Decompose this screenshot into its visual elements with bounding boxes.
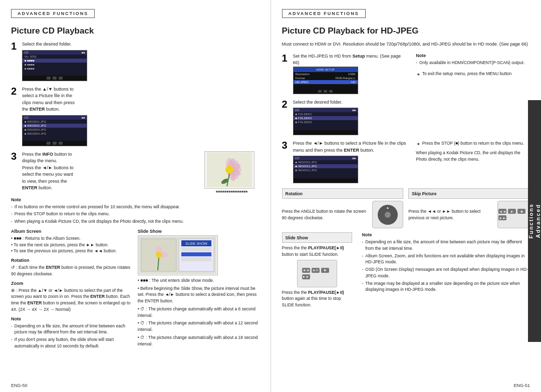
right-step-3-content: Press the ◄/► buttons to select a Pictur… [293, 140, 407, 183]
skip-text-right: Press the ◄◄ or ►► button to select prev… [408, 208, 494, 221]
skip-header: Skip Picture [408, 188, 530, 199]
slideshow-bullet-1: • ■■■ : The unit enters slide show mode. [138, 277, 259, 284]
right-kodak-note: When playing a Kodak Picture CD, the uni… [416, 150, 530, 163]
rotation-header: Rotation [282, 188, 404, 199]
screen-2-footer [23, 141, 87, 146]
slideshow-bullet-5: • ⏱ : The pictures change automatically … [138, 334, 259, 347]
svg-point-9 [225, 166, 233, 174]
slideshow-text2: Press the the PLAY/PAUSE(►II) button aga… [282, 289, 352, 308]
side-tab: Advanced Functions [528, 100, 541, 342]
right-slideshow-section: Slide Show Press the the PLAY/PAUSE(►II)… [282, 232, 530, 308]
step-2-number: 2 [11, 86, 18, 96]
album-title: Album Screen [11, 229, 133, 234]
slideshow-img-right: ◄◄ ►II ■ ►► [282, 260, 352, 287]
right-step-3-text: Press the ◄/► buttons to select a Pictur… [293, 140, 407, 154]
left-page-title: Picture CD Playback [11, 26, 259, 36]
step-3-text-col: Press the INFO button todisplay the menu… [22, 151, 200, 193]
album-slideshow-cols: Album Screen • ■■■ : Returns to the Albu… [11, 229, 259, 350]
right-step-2-number: 2 [282, 99, 289, 109]
rotation-content: Press the ANGLE button to rotate the scr… [282, 201, 404, 228]
right-note-2-b1: Depending on a file size, the amount of … [362, 239, 530, 252]
page: Advanced Functions Picture CD Playback 1… [0, 0, 541, 392]
step-3-number: 3 [11, 151, 18, 193]
rotation-skip-row: Rotation Press the ANGLE button to rotat… [282, 188, 530, 228]
slideshow-svg: SLIDE SHOW [139, 236, 216, 274]
right-intro: Must connect to HDMI or DVI. Resolution … [282, 41, 530, 48]
step-1-screen: CD ■■ No. 0001 ■ ■■■■ ■ ■■■■ ■ ■■■■ [22, 50, 87, 81]
rotation-text: ↺ : Each time the ENTER button is presse… [11, 264, 133, 277]
note-title-1: Note [11, 197, 259, 202]
slideshow-text1: Press the the PLAY/PAUSE(►II) button to … [282, 245, 352, 258]
svg-rect-22 [181, 252, 211, 256]
right-step-2-text: Select the desired folder. [293, 99, 530, 106]
right-note-2-b2: Album Screen, Zoom, and Info functions a… [362, 253, 530, 266]
skip-remote: ◄◄ ► ■ ►► [497, 201, 530, 228]
left-column: Advanced Functions Picture CD Playback 1… [0, 0, 271, 392]
step-1-number: 1 [11, 41, 18, 51]
hdmi-setup-screen: HDMI SETUP Resolution1080i FormatRGB Ran… [293, 67, 358, 94]
svg-point-16 [156, 252, 162, 258]
svg-text:SLIDE SHOW: SLIDE SHOW [185, 242, 207, 245]
page-num-right: ENG-51 [513, 383, 530, 388]
right-step-2-content: Select the desired folder. CD■■ ■ FOLDER… [293, 99, 530, 136]
album-col: Album Screen • ■■■ : Returns to the Albu… [11, 229, 133, 350]
bottom-note: Note Depending on a file size, the amoun… [11, 316, 133, 349]
slideshow-title-left: Slide Show [138, 229, 259, 234]
note-bullet-1: If no buttons on the remote control are … [11, 204, 259, 210]
side-tab-text: Advanced Functions [527, 203, 541, 239]
note-bullet-3: When playing a Kodak Picture CD, the uni… [11, 218, 259, 225]
note-block-1: Note If no buttons on the remote control… [11, 197, 259, 225]
step-2-block: 2 Press the ▲/▼ buttons toselect a Pictu… [11, 86, 259, 146]
svg-rect-23 [181, 257, 211, 261]
hdmi-footer [294, 89, 358, 94]
right-step-1: 1 Set the HD-JPEG to HD from Setup menu.… [282, 53, 530, 94]
right-note-2-b4: The image may be displayed at a smaller … [362, 280, 530, 293]
bottom-note-title: Note [11, 316, 133, 321]
flower-image [204, 151, 254, 189]
screen-1-titlebar: CD ■■ [23, 51, 87, 55]
left-section-header: Advanced Functions [11, 9, 95, 18]
rotation-title: Rotation [11, 258, 133, 263]
rotation-remote: ▲ [372, 201, 403, 228]
right-slideshow-col: Slide Show Press the the PLAY/PAUSE(►II)… [282, 232, 352, 308]
slideshow-label-right: Slide Show [286, 235, 308, 240]
step-3-img-col: ■■■■■■■■■■■■■■■ [204, 151, 259, 193]
slideshow-bullet-3: • ⏱ : The pictures change automatically … [138, 306, 259, 319]
note-bullet-2: Press the STOP button to return to the c… [11, 211, 259, 217]
right-note-1-b1: Only available in HDMI/COMPONENT(P-SCAN)… [416, 60, 530, 66]
right-stop-note: ◄ Press the STOP (■) button to return to… [416, 140, 530, 162]
step-3-block: 3 Press the INFO button todisplay the me… [11, 151, 259, 193]
step-2-content: Press the ▲/▼ buttons toselect a Picture… [22, 86, 259, 146]
right-step-3: 3 Press the ◄/► buttons to select a Pict… [282, 140, 530, 183]
right-note-1-title: Note [416, 53, 530, 58]
right-note-2-b3: OSD (On Screen Display) messages are not… [362, 266, 530, 279]
step-1-block: 1 Select the desired folder. CD ■■ No. 0… [11, 41, 259, 81]
right-step-2-screen: CD■■ ■ FOLDER1 ■ FOLDER2 ■ FOLDER3 [293, 108, 358, 135]
right-note-2: Note Depending on a file size, the amoun… [362, 232, 530, 308]
right-column: Advanced Functions Picture CD Playback f… [271, 0, 542, 392]
screen-2-titlebar: CD ■■ [23, 116, 87, 120]
slideshow-bullet-2: • Before beginning the Slide Show, the p… [138, 285, 259, 304]
right-step-3-number: 3 [282, 140, 289, 150]
step-2-text: Press the ▲/▼ buttons toselect a Picture… [22, 86, 259, 113]
skip-content: Press the ◄◄ or ►► button to select prev… [408, 201, 530, 228]
slideshow-header-right: Slide Show [282, 232, 352, 243]
right-step-3-screen: CD■■ ■ IMG0010.JPG ■ IMG0011.JPG ■ IMG00… [293, 156, 358, 183]
step-2-screen: CD ■■ ■ IMG0001.JPG ■ IMG0002.JPG ■ IMG0… [22, 115, 87, 146]
slideshow-col: Slide Show SLIDE SHOW [138, 229, 259, 350]
album-bullet-2: • To see the next six pictures, press th… [11, 242, 133, 248]
right-skip-col: Skip Picture Press the ◄◄ or ►► button t… [408, 188, 530, 228]
flower-svg [207, 152, 252, 187]
svg-rect-21 [181, 247, 211, 251]
step-1-content: Select the desired folder. CD ■■ No. 000… [22, 41, 259, 81]
bottom-note-2: If you don't press any button, the slide… [11, 336, 133, 349]
right-section-header: Advanced Functions [282, 9, 366, 18]
slideshow-image: SLIDE SHOW [138, 235, 218, 275]
zoom-title: Zoom [11, 281, 133, 286]
right-step-1-content: Set the HD-JPEG to HD from Setup menu. (… [293, 53, 407, 94]
right-menu-note: ◄ To exit the setup menu, press the MENU… [416, 71, 530, 78]
flower-caption: ■■■■■■■■■■■■■■■ [204, 190, 259, 193]
page-num-left: ENG-50 [11, 383, 28, 388]
zoom-text: ⊕ : Press the ▲/▼ or ◄/► buttons to sele… [11, 287, 133, 313]
rotation-label: Rotation [286, 191, 303, 196]
